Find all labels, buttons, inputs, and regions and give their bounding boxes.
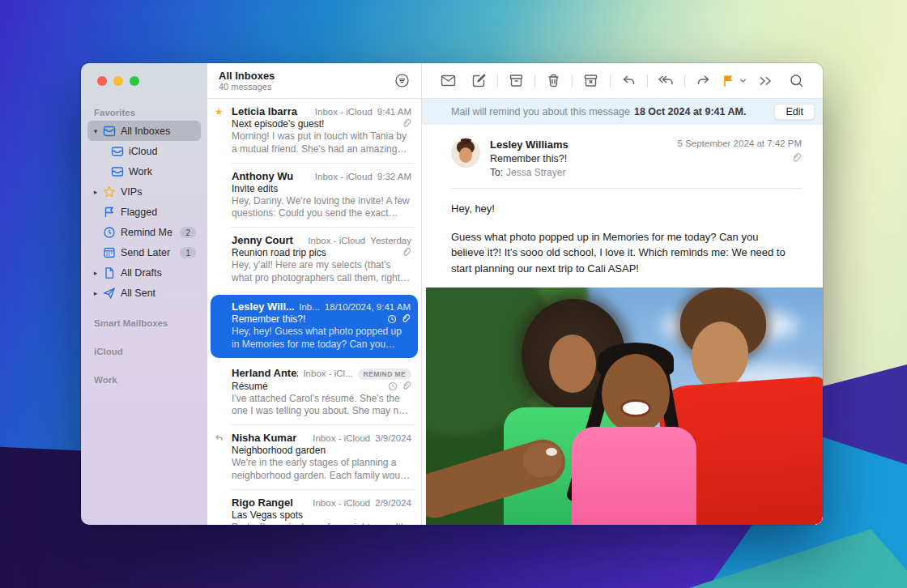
edit-reminder-button[interactable]: Edit [774, 104, 815, 120]
sidebar-nav: Favorites ▾ All Inboxes iCloud [81, 86, 207, 388]
message-list[interactable]: ★ Leticia Ibarra Inbox - iCloud 9:41 AM … [207, 99, 422, 525]
search-button[interactable] [784, 69, 810, 93]
toolbar [422, 63, 823, 98]
message-sender: Leticia Ibarra [232, 105, 310, 117]
message-preview: Hey, Danny. We're loving the invite! A f… [232, 195, 411, 221]
reply-all-button[interactable] [653, 69, 679, 93]
message-mailbox: Inbox - iCloud [315, 107, 373, 117]
paperclip-icon [402, 381, 411, 391]
message-row[interactable]: ★ Leticia Ibarra Inbox - iCloud 9:41 AM … [207, 99, 421, 164]
sidebar-item-all-drafts[interactable]: ▸ All Drafts [87, 262, 201, 283]
sidebar-item-vips[interactable]: ▸ VIPs [87, 181, 201, 202]
to-label: To: [490, 167, 503, 178]
message-subject: Las Vegas spots [232, 509, 411, 521]
chevron-right-icon[interactable]: ▸ [91, 289, 100, 297]
message-mailbox: Inbox - iCloud [308, 236, 365, 245]
message-row-selected[interactable]: Lesley Will... Inb... 18/10/2024, 9:41 A… [211, 295, 418, 358]
message-sender: Lesley Will... [232, 300, 294, 313]
clock-icon [387, 314, 397, 324]
message-mailbox: Inbox - iCloud [313, 433, 370, 443]
forward-icon [695, 72, 712, 89]
message-row[interactable]: Rigo Rangel Inbox - iCloud 2/9/2024 Las … [207, 490, 421, 525]
message-preview: Hey, hey! Guess what photo popped up in … [232, 326, 411, 352]
chevron-down-icon [739, 77, 747, 84]
sidebar-item-all-inboxes[interactable]: ▾ All Inboxes [87, 121, 201, 141]
reminder-datetime: 18 Oct 2024 at 9:41 AM. [634, 106, 747, 117]
sidebar-item-remind-me[interactable]: Remind Me 2 [87, 222, 201, 242]
chevron-right-icon[interactable]: ▸ [91, 188, 100, 196]
toolbar-separator [610, 75, 611, 87]
sidebar: Favorites ▾ All Inboxes iCloud [81, 63, 207, 525]
message-subject: Neighborhood garden [232, 445, 411, 456]
avatar[interactable] [451, 138, 480, 168]
close-window-button[interactable] [97, 76, 107, 86]
forward-button[interactable] [690, 69, 716, 93]
sidebar-item-label: All Sent [121, 288, 155, 299]
content-area: ★ Leticia Ibarra Inbox - iCloud 9:41 AM … [207, 99, 823, 525]
body-paragraph: Guess what photo popped up in Memories f… [451, 229, 789, 277]
toolbar-separator [684, 75, 685, 87]
zoom-window-button[interactable] [130, 76, 139, 86]
sidebar-item-work-inbox[interactable]: Work [87, 161, 201, 181]
sidebar-item-label: VIPs [121, 186, 142, 198]
delete-button[interactable] [541, 69, 567, 93]
sidebar-item-all-sent[interactable]: ▸ All Sent [87, 283, 201, 303]
show-more-button[interactable] [752, 69, 778, 93]
clock-icon [102, 225, 116, 239]
junk-button[interactable] [578, 69, 604, 93]
chevron-right-icon[interactable]: ▸ [91, 269, 100, 277]
paperclip-icon [791, 153, 802, 164]
message-row[interactable]: Nisha Kumar Inbox - iCloud 3/9/2024 Neig… [207, 425, 421, 490]
sidebar-item-label: Send Later [121, 247, 170, 258]
compose-button[interactable] [466, 69, 492, 93]
get-mail-button[interactable] [435, 69, 461, 93]
message-subject: Reunion road trip pics [232, 247, 402, 258]
reply-button[interactable] [615, 69, 641, 93]
message-subject: Next episode's guest! [232, 118, 402, 130]
message-preview: We're in the early stages of planning a … [232, 457, 411, 483]
message-row[interactable]: Anthony Wu Inbox - iCloud 9:32 AM Invite… [207, 164, 421, 228]
reply-icon [620, 72, 637, 89]
toolbar-separator [534, 75, 535, 87]
friend-center-hand [523, 443, 562, 477]
compose-icon [471, 72, 488, 89]
main-area: All Inboxes 40 messages [207, 63, 823, 525]
star-icon [102, 185, 116, 198]
sidebar-item-flagged[interactable]: Flagged [87, 202, 201, 222]
message-subject: Invite edits [232, 183, 411, 194]
mailbox-title: All Inboxes [219, 70, 275, 83]
sidebar-item-label: Remind Me [121, 227, 172, 238]
filter-button[interactable] [394, 73, 410, 88]
toolbar-separator [497, 75, 498, 87]
chevron-down-icon[interactable]: ▾ [91, 127, 100, 135]
section-work[interactable]: Work [87, 371, 201, 388]
remind-me-badge: REMIND ME [358, 369, 411, 380]
sidebar-item-label: iCloud [129, 146, 157, 157]
archive-icon [508, 72, 525, 89]
minimize-window-button[interactable] [113, 76, 123, 86]
archive-button[interactable] [504, 69, 530, 93]
flag-icon [722, 74, 736, 88]
body-paragraph: Hey, hey! [451, 201, 789, 217]
message-subject: Remember this?! [232, 313, 387, 325]
reply-all-icon [657, 72, 675, 89]
topbar: All Inboxes 40 messages [207, 63, 823, 99]
section-icloud[interactable]: iCloud [87, 343, 201, 360]
friend-center-pink-shirt [572, 427, 696, 525]
photo-attachment[interactable] [426, 288, 823, 525]
message-list-header: All Inboxes 40 messages [207, 63, 422, 98]
message-subject: Résumé [232, 381, 388, 392]
sidebar-item-send-later[interactable]: Send Later 1 [87, 242, 201, 262]
message-row[interactable]: Jenny Court Inbox - iCloud Yesterday Reu… [207, 228, 421, 292]
inbox-icon [110, 144, 124, 158]
window-controls [81, 63, 207, 86]
inbox-stack-icon [102, 124, 116, 138]
message-preview: Morning! I was put in touch with Tania b… [232, 130, 411, 156]
section-smart-mailboxes[interactable]: Smart Mailboxes [87, 314, 201, 331]
message-row[interactable]: Herland Antezana Inbox - iCl... REMIND M… [207, 360, 421, 426]
flag-button[interactable] [722, 69, 747, 93]
search-icon [789, 73, 805, 89]
paperclip-icon [401, 314, 411, 324]
sidebar-item-icloud-inbox[interactable]: iCloud [87, 141, 201, 161]
double-chevron-icon [757, 75, 773, 87]
